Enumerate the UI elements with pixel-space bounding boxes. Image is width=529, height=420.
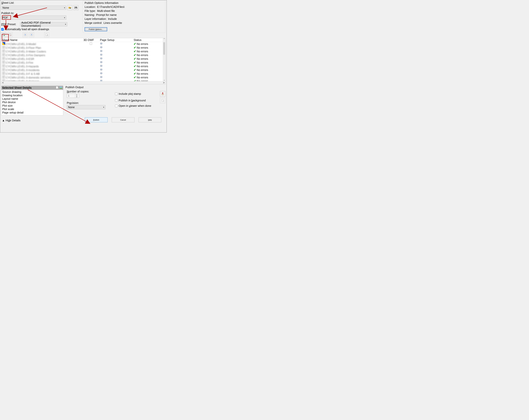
layout-icon <box>2 46 5 49</box>
svg-rect-20 <box>101 54 102 54</box>
3d-dwf-checkbox[interactable] <box>90 43 92 45</box>
sheet-name-text: CYCMN-LEVEL 0-Incidents <box>6 69 40 72</box>
table-row[interactable]: CYCMN-LEVEL 0-drainage✔No errors <box>1 79 163 81</box>
sheet-name-text: CYCMN-LEVEL 0-Fire <box>6 61 33 64</box>
sheet-list-combo[interactable]: None ▾ <box>1 6 66 10</box>
horizontal-scrollbar[interactable]: < > <box>1 81 165 84</box>
move-sheet-down-button[interactable] <box>29 32 34 37</box>
layout-icon <box>2 57 5 60</box>
svg-rect-10 <box>101 44 102 44</box>
status-text: No errors <box>137 72 148 75</box>
printer-icon <box>100 79 103 81</box>
table-row[interactable]: CYCMN-LEVEL 0-F & S AB✔No errors <box>1 72 163 76</box>
publish-option-line: Layer information: Include <box>85 17 164 21</box>
spinner-up-icon[interactable]: ▲ <box>75 94 78 96</box>
sheet-name-text: CYCMN-LEVEL 0-ESR <box>6 57 34 60</box>
publish-button[interactable]: Publish <box>85 117 107 122</box>
publish-options-info-title: Publish Options Information <box>85 1 164 5</box>
move-sheet-up-button[interactable] <box>23 32 28 37</box>
precision-label: Precision: <box>67 101 79 105</box>
svg-rect-18 <box>101 51 102 52</box>
open-sheet-list-button[interactable] <box>67 5 72 10</box>
precision-value: None <box>68 106 75 109</box>
sheet-list-label: Sheet List: <box>1 1 81 4</box>
svg-rect-36 <box>101 69 102 69</box>
number-of-copies-spinner[interactable]: ▲▼ <box>67 94 79 98</box>
publish-output-title: Publish Output <box>65 86 165 89</box>
layout-icon <box>2 65 5 67</box>
model-icon <box>2 42 5 45</box>
status-text: No errors <box>137 61 148 64</box>
sheet-list-table[interactable]: Sheet Name 3D DWF Page Setup Status ⌃ CY… <box>1 38 165 84</box>
publish-background-checkbox[interactable] <box>115 99 118 102</box>
layout-icon <box>2 61 5 64</box>
open-in-viewer-checkbox[interactable] <box>115 105 118 107</box>
layout-icon <box>2 72 5 75</box>
sheet-name-text: CYCMN-LEVEL 0-F & S AB <box>6 72 40 75</box>
printer-icon <box>100 46 103 49</box>
detail-row: Source drawing <box>2 90 62 93</box>
check-icon: ✔ <box>134 50 136 53</box>
svg-rect-46 <box>101 77 102 78</box>
save-sheet-list-button[interactable] <box>73 5 78 10</box>
chevron-down-icon: ▾ <box>103 106 104 108</box>
svg-rect-27 <box>2 61 5 64</box>
layout-icon <box>2 53 5 56</box>
preview-button[interactable] <box>44 32 49 37</box>
cancel-button[interactable]: Cancel <box>112 117 134 122</box>
check-icon: ✔ <box>134 42 136 46</box>
background-settings-button[interactable] <box>160 98 165 103</box>
help-button[interactable]: Help <box>139 117 161 122</box>
pdf-preset-combo[interactable]: AutoCAD PDF (General Documentation) ▾ <box>20 22 67 26</box>
publish-option-line: Naming: Prompt for name <box>85 13 164 16</box>
publish-to-combo[interactable]: PDF ▾ <box>1 15 66 20</box>
svg-rect-52 <box>162 99 163 101</box>
status-text: No errors <box>137 76 148 79</box>
spinner-down-icon[interactable]: ▼ <box>75 96 78 98</box>
auto-load-checkbox[interactable] <box>1 28 4 31</box>
status-text: No errors <box>137 65 148 68</box>
col-status[interactable]: Status <box>133 38 163 42</box>
check-icon: ✔ <box>134 72 136 76</box>
table-row[interactable]: CYCMN-LEVEL 0-Model✔No errors <box>1 42 163 46</box>
table-row[interactable]: CYCMN-LEVEL 0-domestic services✔No error… <box>1 76 163 79</box>
table-row[interactable]: CYCMN-LEVEL 0-Incidents✔No errors <box>1 68 163 72</box>
svg-rect-1 <box>75 8 77 9</box>
check-icon: ✔ <box>134 68 136 72</box>
col-sheet-name[interactable]: Sheet Name <box>1 38 83 42</box>
table-row[interactable]: CYCMN-LEVEL 0-Hazards✔No errors <box>1 64 163 68</box>
include-plot-stamp-checkbox[interactable] <box>115 92 118 95</box>
svg-rect-19 <box>2 53 5 56</box>
detail-row: Plot scale <box>2 108 62 111</box>
publish-to-label: Publish to: <box>1 12 81 15</box>
col-page-setup[interactable]: Page Setup <box>99 38 133 42</box>
table-row[interactable]: CYCMN-LEVEL 0-Fire✔No errors <box>1 61 163 64</box>
scroll-left-icon[interactable]: < <box>1 81 4 84</box>
publish-options-button[interactable]: Publish Options... <box>85 27 107 31</box>
vertical-scrollbar[interactable]: ⌄ <box>163 42 165 81</box>
svg-rect-0 <box>75 7 76 7</box>
layout-icon <box>2 79 5 81</box>
check-icon: ✔ <box>134 57 136 61</box>
scroll-up-icon[interactable]: ⌃ <box>163 38 165 42</box>
check-icon: ✔ <box>134 79 136 81</box>
collapse-icon: ▲ <box>2 119 5 122</box>
printer-icon <box>100 65 103 67</box>
table-row[interactable]: CYCMN-LEVEL 0-Water Coolers✔No errors <box>1 50 163 53</box>
svg-rect-32 <box>101 65 102 66</box>
include-plot-stamp-label: Include plot stamp <box>119 92 141 95</box>
svg-rect-23 <box>2 57 5 60</box>
scroll-right-icon[interactable]: > <box>162 81 165 84</box>
plot-stamp-settings-button[interactable] <box>160 91 165 97</box>
chevron-down-icon: ▾ <box>64 7 65 9</box>
table-row[interactable]: CYCMN-LEVEL 0-Fire Dampers✔No errors <box>1 53 163 57</box>
table-row[interactable]: CYCMN-LEVEL 0-ESR✔No errors <box>1 57 163 61</box>
check-icon: ✔ <box>134 76 136 79</box>
table-row[interactable]: CYCMN-LEVEL 0-Floor Plan✔No errors <box>1 46 163 50</box>
sheet-name-text: CYCMN-LEVEL 0-Water Coolers <box>6 50 46 53</box>
hide-details-toggle[interactable]: ▲ Hide Details <box>2 119 21 122</box>
check-icon: ✔ <box>134 46 136 50</box>
precision-combo[interactable]: None ▾ <box>67 105 106 109</box>
col-3d-dwf[interactable]: 3D DWF <box>83 38 99 42</box>
status-text: No errors <box>137 80 148 81</box>
